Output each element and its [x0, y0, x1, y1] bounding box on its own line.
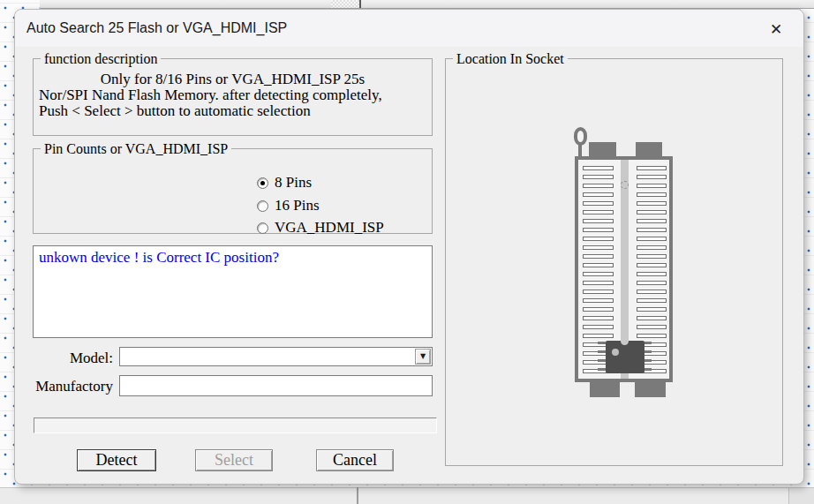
- pin-slot: [583, 192, 614, 197]
- chip-pin1-dot: [612, 349, 619, 356]
- status-message-text: unkown device ! is Correct IC position?: [34, 246, 432, 269]
- pin-slot: [583, 245, 614, 250]
- pin-slot: [583, 237, 614, 241]
- status-message-box: unkown device ! is Correct IC position?: [33, 245, 433, 338]
- pin-slot: [583, 334, 614, 338]
- pin-slot: [637, 192, 667, 197]
- pin-slot: [637, 272, 667, 276]
- pin-slot: [583, 228, 614, 232]
- pin-slot: [637, 210, 667, 214]
- pin-slot: [637, 254, 667, 259]
- pin-slot: [637, 201, 667, 206]
- function-description-group: function description Only for 8/16 Pins …: [33, 58, 433, 136]
- pin-slot: [637, 290, 667, 294]
- socket-tab: [589, 142, 616, 157]
- model-label: Model:: [27, 350, 113, 367]
- pin-slot: [583, 210, 614, 214]
- radio-option-16-pins[interactable]: 16 Pins: [257, 198, 320, 214]
- manufactory-input[interactable]: [119, 375, 433, 396]
- pin-counts-group: Pin Counts or VGA_HDMI_ISP 8 Pins 16 Pin…: [33, 148, 433, 234]
- radio-option-vga-hdmi-isp[interactable]: VGA_HDMI_ISP: [257, 220, 384, 236]
- pin-slot: [583, 325, 614, 329]
- close-icon: ✕: [770, 22, 782, 37]
- chip-pins-left: [598, 342, 606, 371]
- dropdown-button[interactable]: ▼: [415, 349, 431, 365]
- chip-pin: [598, 350, 606, 353]
- detect-button[interactable]: Detect: [77, 449, 156, 471]
- socket-lever-icon: [574, 127, 587, 146]
- background-shade: [789, 488, 814, 504]
- manufactory-label: Manufactory: [27, 378, 113, 395]
- pin-slot: [637, 334, 667, 338]
- radio-label: 8 Pins: [275, 174, 312, 192]
- pin-slot: [583, 166, 614, 170]
- pin-slot: [583, 307, 614, 312]
- radio-label: VGA_HDMI_ISP: [275, 219, 384, 237]
- close-button[interactable]: ✕: [765, 19, 788, 40]
- chip-pin: [598, 359, 606, 362]
- description-line: Only for 8/16 Pins or VGA_HDMI_ISP 25s: [34, 71, 432, 87]
- function-description-text: Only for 8/16 Pins or VGA_HDMI_ISP 25s N…: [34, 71, 432, 119]
- background-divider-line-top: [359, 0, 361, 8]
- auto-search-dialog: Auto Search 25 Flash or VGA_HDMI_ISP ✕ f…: [14, 9, 804, 485]
- chip-pin: [598, 342, 606, 344]
- pin-slot: [637, 245, 667, 250]
- pin-slot: [637, 175, 667, 179]
- chevron-down-icon: ▼: [420, 353, 426, 360]
- cancel-button[interactable]: Cancel: [316, 449, 394, 471]
- detected-chip: [606, 341, 644, 373]
- radio-label: 16 Pins: [275, 197, 320, 214]
- zif-socket: [446, 59, 782, 465]
- pin-slot: [637, 184, 667, 188]
- pin-slot: [583, 263, 614, 267]
- chip-notch: [621, 341, 629, 345]
- select-button[interactable]: Select: [195, 449, 273, 471]
- dialog-title: Auto Search 25 Flash or VGA_HDMI_ISP: [26, 20, 287, 36]
- radio-icon: [257, 177, 268, 189]
- socket-screw-hole: [621, 181, 629, 189]
- pin-slot: [583, 175, 614, 179]
- dialog-titlebar: Auto Search 25 Flash or VGA_HDMI_ISP ✕: [15, 10, 803, 47]
- background-divider-line-bottom: [357, 487, 358, 504]
- pin-slot: [583, 254, 614, 259]
- location-in-socket-group: Location In Socket: [445, 58, 783, 466]
- socket-tab: [590, 382, 620, 397]
- background-toolbar-strip: [40, 0, 814, 9]
- pin-slot: [583, 201, 614, 206]
- pin-slot: [583, 298, 614, 303]
- pin-slot: [637, 219, 667, 223]
- chip-pins-right: [644, 342, 652, 371]
- chip-pin: [644, 350, 652, 353]
- pin-counts-legend: Pin Counts or VGA_HDMI_ISP: [41, 140, 231, 157]
- pin-slot: [637, 228, 667, 232]
- chip-pin: [644, 342, 652, 344]
- progress-bar: [34, 417, 437, 433]
- pin-slot: [583, 316, 614, 320]
- chip-pin: [644, 368, 652, 371]
- chip-pin: [644, 359, 652, 362]
- pin-slot: [637, 307, 667, 312]
- description-line: Push < Select > button to automatic sele…: [34, 103, 432, 119]
- radio-option-8-pins[interactable]: 8 Pins: [257, 175, 312, 191]
- model-combobox[interactable]: ▼: [119, 347, 433, 366]
- pin-slot: [583, 290, 614, 294]
- chip-pin: [598, 368, 606, 371]
- pin-slot: [583, 184, 614, 188]
- pin-slot: [637, 237, 667, 241]
- socket-body: [575, 156, 673, 382]
- pin-slot: [583, 272, 614, 276]
- pin-slot: [583, 281, 614, 285]
- pin-slot: [637, 263, 667, 267]
- description-line: Nor/SPI Nand Flash Memory. after detecti…: [34, 87, 432, 103]
- pin-slot: [583, 219, 614, 223]
- background-checker-pattern: [331, 0, 359, 8]
- pin-slot: [637, 281, 667, 285]
- pin-slot: [637, 298, 667, 303]
- radio-icon: [257, 200, 268, 212]
- pin-slot: [637, 166, 667, 170]
- background-statusbar-strip: [0, 487, 814, 504]
- radio-icon: [257, 222, 268, 234]
- pin-slot: [637, 325, 667, 329]
- socket-tab: [635, 382, 666, 397]
- socket-tab: [636, 142, 662, 157]
